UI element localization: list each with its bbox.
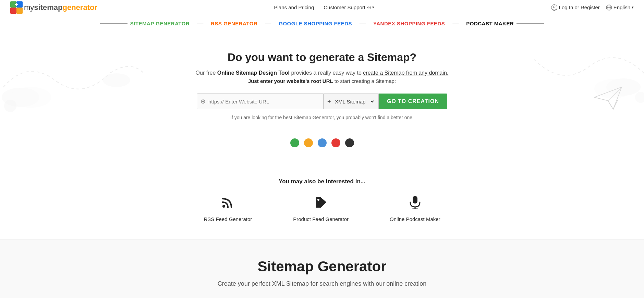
hero-section: Do you want to generate a Sitemap? Our f… [0, 32, 644, 175]
bottom-title: Sitemap Generator [7, 258, 637, 275]
url-input-wrap: ⊕ [197, 94, 324, 109]
rss-card[interactable]: RSS Feed Generator [204, 195, 252, 222]
dot-5[interactable] [345, 138, 354, 147]
svg-point-22 [222, 205, 225, 208]
login-icon [551, 4, 557, 11]
mic-icon [408, 195, 422, 212]
go-to-creation-button[interactable]: GO TO CREATION [379, 94, 447, 109]
logo-my: my [24, 3, 34, 12]
dot-navigation [7, 138, 637, 147]
rss-label: RSS Feed Generator [204, 216, 252, 222]
svg-rect-24 [413, 196, 417, 204]
hero-content: Do you want to generate a Sitemap? Our f… [0, 32, 644, 175]
nav-sitemap[interactable]: SITEMAP GENERATOR [127, 21, 193, 26]
sitemap-type-select[interactable]: XML Sitemap HTML Sitemap Text Sitemap Im… [333, 98, 375, 105]
top-nav-links: Plans and Pricing Customer Support ? ▾ [274, 4, 374, 10]
svg-rect-5 [16, 3, 17, 6]
hero-tool-name: Online Sitemap Design Tool [217, 70, 290, 76]
product-card[interactable]: Product Feed Generator [293, 195, 349, 222]
plans-link[interactable]: Plans and Pricing [274, 4, 314, 10]
search-bar: ⊕ ✦ XML Sitemap HTML Sitemap Text Sitema… [7, 94, 637, 109]
nav-line-left [100, 23, 127, 24]
customer-support-link[interactable]: Customer Support ? ▾ [324, 4, 374, 10]
bottom-section: Sitemap Generator Create your perfect XM… [0, 239, 644, 298]
login-link[interactable]: Log In or Register [551, 4, 600, 11]
hero-link[interactable]: create a Sitemap from any domain. [363, 70, 448, 76]
nav-google[interactable]: GOOGLE SHOPPING FEEDS [276, 21, 355, 26]
interest-cards: RSS Feed Generator Product Feed Generato… [0, 195, 644, 222]
hero-sub: Just enter your website's root URL to st… [7, 78, 637, 84]
main-nav: SITEMAP GENERATOR — RSS GENERATOR — GOOG… [0, 15, 644, 32]
nav-podcast[interactable]: PODCAST MAKER [463, 21, 517, 26]
support-icon: ? [367, 6, 371, 9]
svg-text:?: ? [368, 7, 370, 9]
svg-rect-3 [16, 8, 23, 14]
hero-description: Our free Online Sitemap Design Tool prov… [7, 70, 637, 76]
nav-sep-3: — [360, 20, 366, 27]
nav-line-right [517, 23, 544, 24]
nav-sep-2: — [265, 20, 271, 27]
hero-title: Do you want to generate a Sitemap? [7, 51, 637, 64]
svg-rect-2 [10, 8, 16, 14]
divider [274, 130, 370, 130]
logo-sitemap: sitemap [34, 3, 62, 12]
logo-icon [10, 1, 23, 14]
svg-point-23 [317, 199, 319, 201]
url-input[interactable] [208, 99, 320, 104]
puzzle-icon: ✦ [327, 98, 331, 105]
top-nav-right: Log In or Register English ▾ [551, 4, 634, 11]
nav-yandex[interactable]: YANDEX SHOPPING FEEDS [370, 21, 448, 26]
tag-icon [314, 195, 328, 212]
interest-title: You may also be interested in... [0, 178, 644, 185]
dot-3[interactable] [318, 138, 327, 147]
nav-sep-4: — [452, 20, 459, 27]
dot-4[interactable] [331, 138, 340, 147]
product-label: Product Feed Generator [293, 216, 349, 222]
podcast-card[interactable]: Online Podcast Maker [390, 195, 440, 222]
logo[interactable]: mysitemapgenerator [10, 1, 97, 14]
interest-section: You may also be interested in... RSS Fee… [0, 175, 644, 239]
sitemap-type-wrap: ✦ XML Sitemap HTML Sitemap Text Sitemap … [324, 94, 379, 109]
globe-small-icon: ⊕ [201, 98, 206, 105]
top-nav: mysitemapgenerator Plans and Pricing Cus… [0, 0, 644, 15]
dot-1[interactable] [290, 138, 299, 147]
logo-generator: generator [62, 3, 97, 12]
rss-icon [221, 195, 235, 212]
svg-point-9 [553, 6, 555, 8]
podcast-label: Online Podcast Maker [390, 216, 440, 222]
language-link[interactable]: English ▾ [606, 4, 634, 11]
dot-2[interactable] [304, 138, 313, 147]
bottom-subtitle: Create your perfect XML Sitemap for sear… [7, 280, 637, 287]
nav-sep-1: — [197, 20, 203, 27]
hero-note: If you are looking for the best Sitemap … [7, 115, 637, 120]
globe-icon [606, 4, 612, 11]
nav-rss[interactable]: RSS GENERATOR [208, 21, 260, 26]
